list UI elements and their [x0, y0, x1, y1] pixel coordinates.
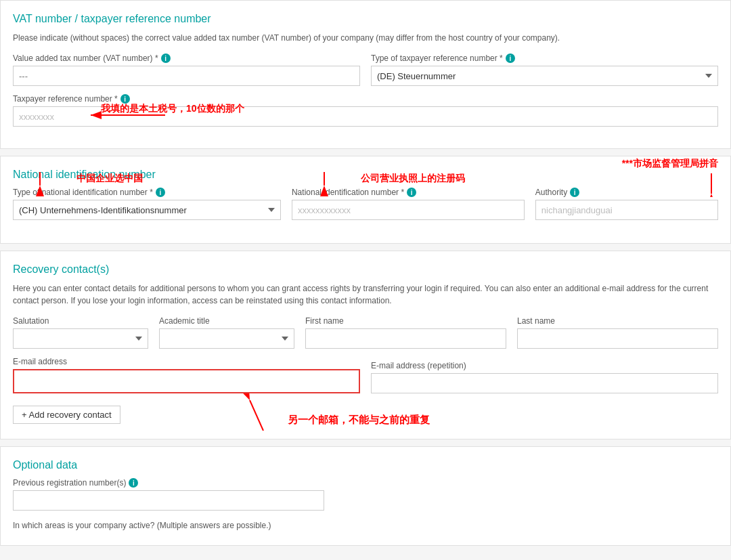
- china-annotation: 中国企业选中国: [40, 169, 143, 189]
- email-annotation-arrow: [243, 393, 284, 431]
- taxpayer-type-select[interactable]: (DE) Steuernummer: [371, 66, 718, 86]
- svg-line-9: [250, 400, 263, 431]
- prev-reg-group: Previous registration number(s) i: [13, 478, 718, 511]
- email-repeat-label: E-mail address (repetition): [371, 361, 718, 370]
- national-id-area: Type of national identification number *…: [13, 188, 718, 220]
- academic-title-label: Academic title: [159, 316, 294, 326]
- salutation-select[interactable]: [13, 328, 148, 349]
- prev-reg-info-icon[interactable]: i: [129, 478, 138, 488]
- vat-row-1: Value added tax number (VAT number) * i …: [13, 53, 718, 86]
- vat-annotation-text: 我填的是本土税号，10位数的那个: [101, 103, 244, 115]
- optional-data-section: Optional data Previous registration numb…: [0, 446, 731, 546]
- vat-number-input[interactable]: [13, 66, 360, 86]
- recovery-section: Recovery contact(s) Here you can enter c…: [0, 251, 731, 439]
- vat-section: VAT number / taxpayer reference number P…: [0, 0, 731, 149]
- national-id-section: National identification number Type of n…: [0, 156, 731, 244]
- authority-arrow: [678, 170, 718, 197]
- authority-input[interactable]: [535, 200, 718, 220]
- email-repeat-group: E-mail address (repetition): [371, 361, 718, 393]
- academic-title-select[interactable]: [159, 328, 294, 349]
- salutation-label: Salutation: [13, 316, 148, 326]
- vat-info-icon[interactable]: i: [161, 53, 171, 63]
- company-areas-label: In which areas is your company active? (…: [13, 521, 271, 530]
- taxpayer-type-label: Type of taxpayer reference number * i: [371, 53, 718, 63]
- first-name-input[interactable]: [305, 328, 506, 349]
- recovery-section-desc: Here you can enter contact details for a…: [13, 282, 718, 307]
- email-label: E-mail address: [13, 357, 360, 366]
- last-name-label: Last name: [517, 316, 718, 326]
- last-name-group: Last name: [517, 316, 718, 349]
- email-group: E-mail address: [13, 357, 360, 393]
- taxpayer-type-group: Type of taxpayer reference number * i (D…: [371, 53, 718, 86]
- vat-section-title: VAT number / taxpayer reference number: [13, 13, 718, 25]
- national-id-number-input[interactable]: [292, 200, 525, 220]
- add-recovery-contact-button[interactable]: + Add recovery contact: [13, 406, 120, 424]
- china-arrow: [40, 169, 74, 189]
- national-id-number-group: National identification number * i: [292, 188, 525, 220]
- salutation-group: Salutation: [13, 316, 148, 349]
- taxpayer-ref-group: Taxpayer reference number * i 我填: [13, 94, 718, 127]
- taxpayer-ref-info-icon[interactable]: i: [120, 94, 130, 104]
- prev-reg-label: Previous registration number(s) i: [13, 478, 718, 488]
- recovery-row-1: Salutation Academic title First name Las…: [13, 316, 718, 349]
- vat-number-group: Value added tax number (VAT number) * i: [13, 53, 360, 86]
- last-name-input[interactable]: [517, 328, 718, 349]
- email-input[interactable]: [13, 369, 360, 393]
- taxpayer-ref-area: Taxpayer reference number * i 我填: [13, 94, 718, 133]
- recovery-section-title: Recovery contact(s): [13, 263, 718, 276]
- authority-info-icon[interactable]: i: [570, 188, 579, 197]
- email-annotation: 另一个邮箱，不能与之前的重复: [243, 393, 430, 431]
- vat-section-desc: Please indicate (without spaces) the cor…: [13, 32, 718, 44]
- first-name-group: First name: [305, 316, 506, 349]
- email-repeat-input[interactable]: [371, 373, 718, 393]
- optional-data-title: Optional data: [13, 459, 718, 471]
- license-arrow: [324, 169, 358, 189]
- national-id-type-group: Type of national identification number *…: [13, 188, 281, 220]
- national-id-number-label: National identification number * i: [292, 188, 525, 197]
- national-id-type-info-icon[interactable]: i: [156, 188, 165, 197]
- national-id-type-select[interactable]: (CH) Unternehmens-Identifikationsnummer: [13, 200, 281, 220]
- academic-title-group: Academic title: [159, 316, 294, 349]
- taxpayer-ref-label: Taxpayer reference number * i: [13, 94, 718, 104]
- taxpayer-type-info-icon[interactable]: i: [506, 53, 515, 63]
- national-id-row: Type of national identification number *…: [13, 188, 718, 220]
- license-annotation: 公司营业执照上的注册码: [324, 169, 465, 189]
- vat-number-label: Value added tax number (VAT number) * i: [13, 53, 360, 63]
- authority-annotation: ***市场监督管理局拼音: [622, 158, 718, 197]
- email-row-container: E-mail address E-mail address (repetitio…: [13, 357, 718, 393]
- national-id-number-info-icon[interactable]: i: [407, 188, 416, 197]
- first-name-label: First name: [305, 316, 506, 326]
- national-id-type-label: Type of national identification number *…: [13, 188, 281, 197]
- recovery-row-2: E-mail address E-mail address (repetitio…: [13, 357, 718, 393]
- company-areas-group: In which areas is your company active? (…: [13, 520, 718, 530]
- prev-reg-input[interactable]: [13, 490, 324, 511]
